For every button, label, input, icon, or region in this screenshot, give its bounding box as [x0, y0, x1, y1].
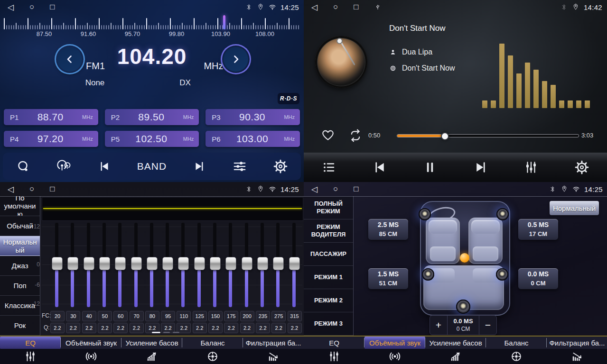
- front-left-delay[interactable]: 2.5 MS 85 CM: [368, 219, 408, 240]
- tab-filter[interactable]: Фильтрация ба...: [243, 337, 304, 349]
- slider-thumb[interactable]: [131, 257, 142, 270]
- eq-band-slider[interactable]: [242, 223, 252, 307]
- slider-thumb[interactable]: [242, 257, 252, 270]
- band-button[interactable]: BAND: [137, 161, 167, 172]
- nav-home-icon[interactable]: ○: [29, 184, 34, 194]
- rear-right-speaker[interactable]: [496, 268, 508, 281]
- slider-thumb[interactable]: [178, 257, 189, 270]
- eq-band-slider[interactable]: [99, 223, 110, 307]
- eq-band-slider[interactable]: [84, 223, 94, 307]
- listening-mode-item[interactable]: РЕЖИМ 2: [304, 289, 353, 312]
- nav-home-icon[interactable]: ○: [333, 184, 338, 194]
- tab-bass[interactable]: Усиление басов: [425, 337, 486, 349]
- tab-icon-cell[interactable]: [304, 350, 364, 363]
- tab-icon-cell[interactable]: [243, 350, 304, 363]
- eq-band-slider[interactable]: [273, 223, 283, 307]
- favorite-icon[interactable]: [321, 128, 335, 142]
- front-left-speaker[interactable]: [419, 208, 431, 220]
- tab-balance[interactable]: Баланс: [486, 337, 547, 349]
- tab-icon-cell[interactable]: [0, 350, 61, 363]
- eq-band-slider[interactable]: [147, 223, 157, 307]
- tab-surround[interactable]: Объёмный звук: [61, 337, 121, 349]
- slider-thumb[interactable]: [84, 257, 94, 270]
- listening-mode-item[interactable]: ПАССАЖИР: [304, 243, 353, 266]
- tab-eq[interactable]: EQ: [304, 337, 364, 349]
- eq-band-slider[interactable]: [210, 223, 220, 307]
- gear-icon[interactable]: [273, 159, 288, 173]
- eq-preset-item[interactable]: По умолчанию: [0, 196, 40, 216]
- slider-thumb[interactable]: [273, 257, 284, 270]
- preset-button-p2[interactable]: P289.50MHz: [105, 109, 199, 125]
- nav-recents-icon[interactable]: □: [50, 2, 55, 12]
- profile-button[interactable]: Нормальный: [550, 201, 599, 215]
- frequency-dial[interactable]: [4, 16, 300, 29]
- slider-thumb[interactable]: [147, 257, 158, 270]
- tab-icon-cell[interactable]: [486, 350, 547, 363]
- listening-mode-item[interactable]: РЕЖИМ 3: [304, 312, 353, 336]
- progress-thumb[interactable]: [441, 132, 449, 140]
- slider-thumb[interactable]: [210, 257, 221, 270]
- slider-thumb[interactable]: [52, 257, 63, 270]
- tune-down-button[interactable]: [56, 46, 84, 73]
- nav-home-icon[interactable]: ○: [29, 2, 34, 12]
- tab-filter[interactable]: Фильтрация ба...: [547, 337, 607, 349]
- audio-settings-icon[interactable]: [233, 159, 247, 173]
- nav-back-icon[interactable]: ◁: [311, 184, 318, 194]
- tab-icon-cell[interactable]: [121, 350, 182, 363]
- listening-mode-item[interactable]: ПОЛНЫЙ РЕЖИМ: [304, 196, 353, 219]
- eq-band-slider[interactable]: [194, 223, 205, 307]
- broadcast-icon[interactable]: [57, 159, 71, 173]
- eq-preset-item[interactable]: Поп: [0, 276, 40, 296]
- gear-icon[interactable]: [575, 160, 589, 174]
- listening-mode-item[interactable]: РЕЖИМ 1: [304, 266, 353, 289]
- next-station-icon[interactable]: [193, 160, 205, 173]
- preset-button-p6[interactable]: P6103.00MHz: [205, 131, 300, 147]
- playlist-icon[interactable]: [322, 160, 336, 174]
- slider-thumb[interactable]: [99, 257, 110, 270]
- previous-track-icon[interactable]: [373, 160, 387, 174]
- slider-thumb[interactable]: [194, 257, 205, 270]
- tune-up-button[interactable]: [222, 46, 250, 73]
- slider-thumb[interactable]: [162, 257, 173, 270]
- previous-station-icon[interactable]: [98, 160, 111, 173]
- eq-band-slider[interactable]: [162, 223, 173, 307]
- listening-position-ball[interactable]: [460, 253, 469, 263]
- slider-thumb[interactable]: [257, 257, 268, 270]
- tab-surround[interactable]: Объёмный звук: [364, 337, 425, 349]
- tab-icon-cell[interactable]: [182, 350, 243, 363]
- rear-left-delay[interactable]: 1.5 MS 51 CM: [368, 268, 408, 289]
- front-right-delay[interactable]: 0.5 MS 17 CM: [518, 219, 558, 240]
- eq-band-slider[interactable]: [115, 223, 125, 307]
- equalizer-icon[interactable]: [524, 160, 538, 174]
- nav-home-icon[interactable]: ○: [333, 2, 338, 12]
- slider-thumb[interactable]: [115, 257, 126, 270]
- eq-preset-item[interactable]: Рок: [0, 316, 40, 336]
- repeat-icon[interactable]: [348, 128, 363, 143]
- nav-back-icon[interactable]: ◁: [8, 2, 14, 12]
- eq-band-slider[interactable]: [67, 223, 78, 307]
- preset-button-p5[interactable]: P5102.50MHz: [105, 131, 199, 147]
- tab-icon-cell[interactable]: [61, 350, 121, 363]
- eq-band-slider[interactable]: [178, 223, 188, 307]
- eq-preset-item[interactable]: Нормальный: [0, 236, 40, 256]
- tab-bass[interactable]: Усиление басов: [121, 337, 182, 349]
- slider-thumb[interactable]: [289, 257, 300, 270]
- listening-mode-item[interactable]: РЕЖИМ ВОДИТЕЛЯ: [304, 219, 353, 243]
- nav-recents-icon[interactable]: □: [354, 2, 358, 12]
- next-track-icon[interactable]: [474, 160, 488, 174]
- preset-button-p1[interactable]: P188.70MHz: [4, 109, 98, 125]
- tab-icon-cell[interactable]: [425, 350, 486, 363]
- tab-eq[interactable]: EQ: [0, 337, 61, 349]
- slider-thumb[interactable]: [67, 257, 78, 270]
- delay-minus-button[interactable]: −: [479, 316, 496, 335]
- delay-plus-button[interactable]: +: [430, 316, 447, 335]
- eq-preset-item[interactable]: Классика: [0, 296, 40, 316]
- nav-recents-icon[interactable]: □: [50, 184, 55, 194]
- eq-preset-item[interactable]: Обычай: [0, 216, 40, 236]
- progress-bar[interactable]: [397, 134, 579, 137]
- tab-icon-cell[interactable]: [364, 350, 425, 363]
- front-right-speaker[interactable]: [496, 208, 509, 220]
- nav-back-icon[interactable]: ◁: [311, 2, 318, 12]
- preset-button-p3[interactable]: P390.30MHz: [205, 109, 300, 125]
- pause-icon[interactable]: [423, 160, 437, 174]
